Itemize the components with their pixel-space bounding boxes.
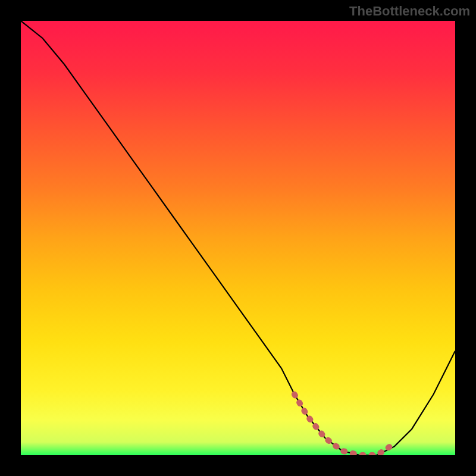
curve-layer xyxy=(21,21,455,455)
bottleneck-curve xyxy=(21,21,455,455)
highlight-band xyxy=(295,394,390,455)
plot-area xyxy=(21,21,455,455)
watermark-text: TheBottleneck.com xyxy=(349,4,470,19)
